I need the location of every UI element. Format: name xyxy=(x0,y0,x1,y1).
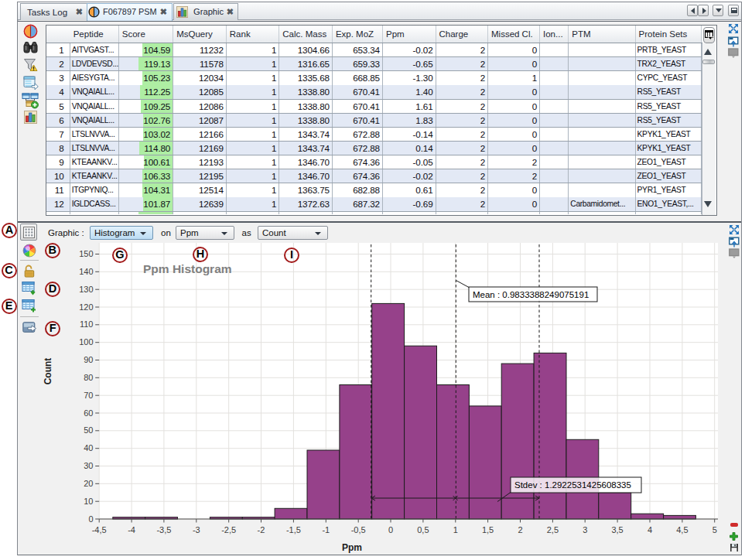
svg-text:3,5: 3,5 xyxy=(611,525,623,534)
svg-text:40: 40 xyxy=(84,443,93,452)
svg-text:50: 50 xyxy=(84,425,93,435)
svg-text:-0,5: -0,5 xyxy=(351,525,366,534)
svg-text:-3: -3 xyxy=(193,525,200,534)
svg-text:-2,5: -2,5 xyxy=(221,525,236,534)
svg-text:0,5: 0,5 xyxy=(417,525,429,534)
svg-text:3: 3 xyxy=(583,525,587,534)
svg-text:110: 110 xyxy=(80,319,94,329)
svg-text:100: 100 xyxy=(79,337,93,347)
svg-text:120: 120 xyxy=(79,302,93,312)
svg-text:5: 5 xyxy=(713,525,717,534)
svg-text:Ppm: Ppm xyxy=(342,542,362,553)
svg-text:1: 1 xyxy=(453,525,458,534)
svg-text:-3,5: -3,5 xyxy=(156,525,171,534)
svg-text:1,5: 1,5 xyxy=(482,525,494,534)
svg-text:10: 10 xyxy=(84,497,93,506)
svg-text:0: 0 xyxy=(88,514,93,524)
svg-text:70: 70 xyxy=(84,391,93,400)
svg-text:Mean : 0.9833388249075191: Mean : 0.9833388249075191 xyxy=(473,290,589,299)
svg-text:60: 60 xyxy=(84,408,93,418)
svg-text:0: 0 xyxy=(388,525,393,534)
svg-text:Count: Count xyxy=(43,358,53,385)
svg-text:4: 4 xyxy=(648,525,652,534)
svg-text:Stdev : 1.2922531425608335: Stdev : 1.2922531425608335 xyxy=(514,480,631,490)
svg-text:-4,5: -4,5 xyxy=(92,525,107,534)
svg-text:-4: -4 xyxy=(128,525,135,534)
svg-text:2: 2 xyxy=(518,525,522,534)
svg-text:-1: -1 xyxy=(322,525,330,534)
svg-text:90: 90 xyxy=(84,355,93,364)
svg-text:Ppm Histogram: Ppm Histogram xyxy=(143,262,232,275)
svg-text:130: 130 xyxy=(79,285,93,294)
svg-text:80: 80 xyxy=(84,373,93,382)
svg-text:140: 140 xyxy=(79,267,93,276)
svg-text:-2: -2 xyxy=(258,525,265,534)
svg-text:20: 20 xyxy=(84,479,93,488)
svg-text:150: 150 xyxy=(79,249,93,258)
svg-text:2,5: 2,5 xyxy=(547,525,559,534)
svg-text:30: 30 xyxy=(84,461,93,470)
svg-text:4,5: 4,5 xyxy=(676,525,688,534)
svg-text:-1,5: -1,5 xyxy=(286,525,301,534)
